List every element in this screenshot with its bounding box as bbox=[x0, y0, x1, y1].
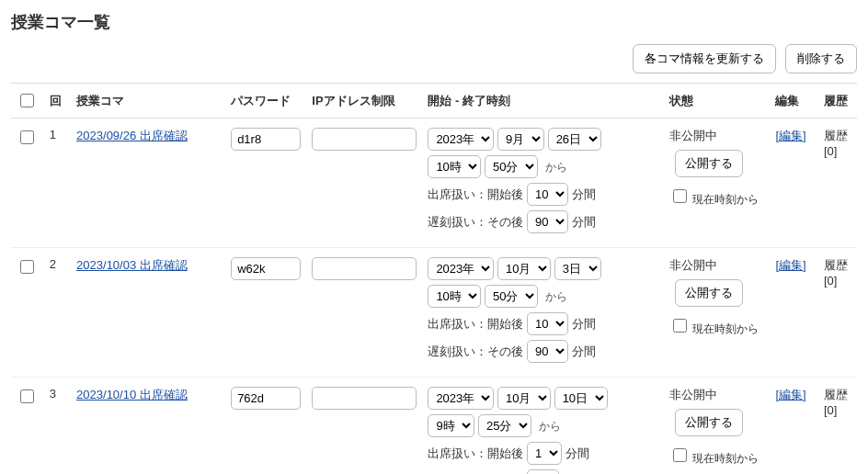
minutes-label: 分間 bbox=[572, 344, 596, 358]
from-now-label[interactable]: 現在時刻から bbox=[669, 452, 759, 465]
lesson-name-link[interactable]: 2023/09/26 出席確認 bbox=[76, 129, 188, 142]
lesson-name-link[interactable]: 2023/10/03 出席確認 bbox=[76, 258, 188, 272]
from-label: から bbox=[539, 420, 561, 433]
edit-link[interactable]: [編集] bbox=[775, 388, 805, 401]
from-label: から bbox=[545, 290, 567, 303]
attend-label: 出席扱い：開始後 bbox=[428, 446, 523, 460]
row-checkbox[interactable] bbox=[20, 260, 34, 274]
day-select[interactable]: 26日 bbox=[548, 128, 601, 151]
ip-restriction-input[interactable] bbox=[312, 387, 417, 410]
from-now-checkbox[interactable] bbox=[673, 319, 687, 333]
history-count: [0] bbox=[824, 274, 837, 288]
lesson-name-link[interactable]: 2023/10/10 出席確認 bbox=[76, 388, 188, 401]
edit-link[interactable]: [編集] bbox=[775, 258, 805, 272]
password-input[interactable] bbox=[231, 387, 301, 410]
header-status: 状態 bbox=[664, 84, 771, 118]
table-row: 1 2023/09/26 出席確認 2023年 9月 26日 10時 50分 か… bbox=[11, 118, 857, 248]
from-now-label[interactable]: 現在時刻から bbox=[669, 193, 759, 206]
attend-minutes-select[interactable]: 10 bbox=[527, 183, 568, 206]
row-seq: 2 bbox=[44, 248, 71, 378]
late-minutes-select[interactable]: 90 bbox=[527, 210, 568, 233]
table-row: 3 2023/10/10 出席確認 2023年 10月 10日 9時 25分 か… bbox=[11, 378, 857, 475]
lesson-table: 回 授業コマ パスワード IPアドレス制限 開始 - 終了時刻 状態 編集 履歴… bbox=[11, 83, 857, 474]
minutes-label: 分間 bbox=[565, 446, 589, 460]
ip-restriction-input[interactable] bbox=[312, 128, 417, 151]
header-time: 開始 - 終了時刻 bbox=[422, 84, 664, 118]
header-name: 授業コマ bbox=[71, 84, 225, 118]
header-password: パスワード bbox=[225, 84, 306, 118]
minute-select[interactable]: 50分 bbox=[485, 155, 538, 178]
history-count: [0] bbox=[824, 403, 837, 417]
row-seq: 3 bbox=[44, 378, 71, 475]
top-actions: 各コマ情報を更新する 削除する bbox=[11, 44, 857, 73]
attend-label: 出席扱い：開始後 bbox=[428, 317, 523, 331]
header-edit: 編集 bbox=[770, 84, 818, 118]
edit-link[interactable]: [編集] bbox=[775, 129, 805, 142]
row-checkbox[interactable] bbox=[20, 130, 34, 144]
year-select[interactable]: 2023年 bbox=[428, 387, 494, 410]
minutes-label: 分間 bbox=[572, 215, 596, 229]
minute-select[interactable]: 25分 bbox=[478, 414, 531, 437]
hour-select[interactable]: 10時 bbox=[428, 285, 481, 308]
month-select[interactable]: 9月 bbox=[497, 128, 544, 151]
header-ip: IPアドレス制限 bbox=[306, 84, 422, 118]
page-title: 授業コマ一覧 bbox=[11, 11, 857, 33]
late-minutes-select[interactable]: 90 bbox=[527, 340, 568, 363]
late-label: 遅刻扱い：その後 bbox=[428, 344, 523, 358]
history-word: 履歴 bbox=[824, 129, 848, 142]
header-history: 履歴 bbox=[818, 84, 857, 118]
refresh-all-button[interactable]: 各コマ情報を更新する bbox=[633, 44, 776, 73]
select-all-checkbox[interactable] bbox=[20, 94, 34, 107]
day-select[interactable]: 10日 bbox=[554, 387, 608, 410]
header-seq: 回 bbox=[44, 84, 71, 118]
history-count: [0] bbox=[824, 144, 837, 158]
from-label: から bbox=[545, 161, 567, 174]
row-seq: 1 bbox=[44, 118, 71, 248]
from-now-checkbox[interactable] bbox=[673, 189, 687, 203]
password-input[interactable] bbox=[231, 128, 301, 151]
minutes-label: 分間 bbox=[572, 187, 596, 201]
status-text: 非公開中 bbox=[669, 387, 765, 403]
status-text: 非公開中 bbox=[669, 128, 765, 144]
row-checkbox[interactable] bbox=[20, 389, 34, 403]
minute-select[interactable]: 50分 bbox=[485, 285, 538, 308]
history-word: 履歴 bbox=[824, 388, 848, 401]
publish-button[interactable]: 公開する bbox=[675, 279, 743, 307]
hour-select[interactable]: 9時 bbox=[428, 414, 474, 437]
from-now-label[interactable]: 現在時刻から bbox=[669, 322, 759, 335]
hour-select[interactable]: 10時 bbox=[428, 155, 481, 178]
late-minutes-select[interactable]: - bbox=[527, 469, 559, 474]
publish-button[interactable]: 公開する bbox=[675, 150, 743, 177]
day-select[interactable]: 3日 bbox=[554, 257, 601, 280]
table-row: 2 2023/10/03 出席確認 2023年 10月 3日 10時 50分 か… bbox=[11, 248, 857, 378]
status-text: 非公開中 bbox=[669, 257, 765, 274]
month-select[interactable]: 10月 bbox=[497, 387, 551, 410]
year-select[interactable]: 2023年 bbox=[428, 257, 494, 280]
late-label: 遅刻扱い：その後 bbox=[428, 215, 523, 229]
month-select[interactable]: 10月 bbox=[497, 257, 551, 280]
from-now-checkbox[interactable] bbox=[673, 448, 687, 462]
history-word: 履歴 bbox=[824, 258, 848, 272]
attend-minutes-select[interactable]: 10 bbox=[527, 312, 568, 335]
attend-minutes-select[interactable]: 1 bbox=[527, 442, 562, 465]
password-input[interactable] bbox=[231, 257, 301, 280]
ip-restriction-input[interactable] bbox=[312, 257, 417, 280]
attend-label: 出席扱い：開始後 bbox=[428, 187, 523, 201]
year-select[interactable]: 2023年 bbox=[428, 128, 494, 151]
delete-button[interactable]: 削除する bbox=[785, 44, 857, 73]
minutes-label: 分間 bbox=[572, 317, 596, 331]
publish-button[interactable]: 公開する bbox=[675, 409, 743, 436]
